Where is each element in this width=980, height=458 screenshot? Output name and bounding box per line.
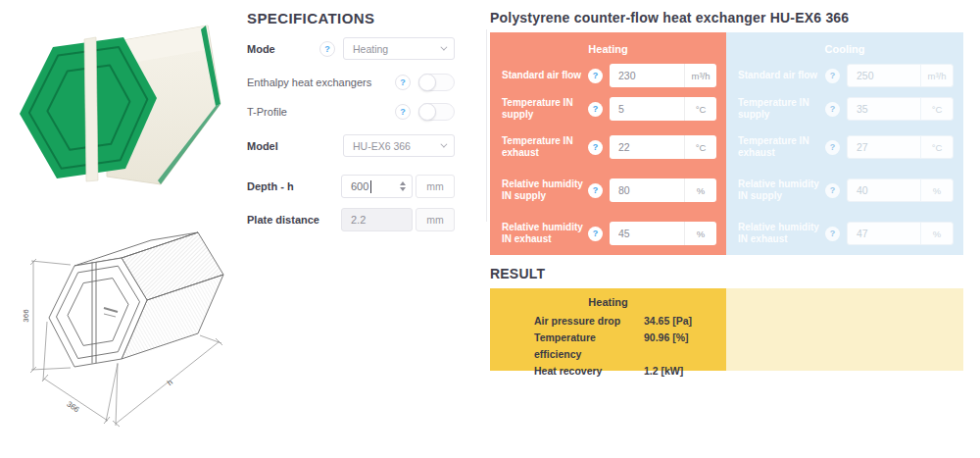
field-label: Standard air flow (502, 70, 588, 82)
heating-airflow-input[interactable] (610, 64, 684, 87)
unit-label: m³/h (920, 65, 953, 86)
enthalpy-toggle[interactable] (418, 74, 455, 91)
mode-row: Mode ? Heating (247, 37, 455, 60)
model-select-value: HU-EX6 366 (353, 140, 411, 152)
depth-input[interactable] (342, 180, 396, 192)
unit-label: °C (920, 98, 953, 120)
unit-label: °C (684, 97, 716, 121)
heating-humidity-exhaust-field: % (610, 222, 716, 245)
help-icon: ? (825, 227, 840, 241)
product-photo (14, 14, 231, 210)
enthalpy-label: Enthalpy heat exchangers (247, 76, 395, 88)
field-label: Relative humidity IN supply (502, 178, 588, 203)
help-icon: ? (825, 69, 840, 83)
heating-temp-supply-input[interactable] (610, 97, 684, 121)
field-label: Relative humidity IN exhaust (502, 222, 588, 246)
help-icon[interactable]: ? (588, 140, 603, 155)
specifications-title: SPECIFICATIONS (247, 10, 455, 26)
model-label: Model (247, 140, 343, 152)
help-icon[interactable]: ? (588, 102, 603, 117)
toggle-knob (418, 74, 436, 91)
cooling-humidity-exhaust-field: 47 % (847, 222, 954, 245)
unit-label: % (920, 179, 953, 201)
field-label: Temperature IN exhaust (502, 135, 588, 160)
specifications-panel: SPECIFICATIONS Mode ? Heating Enthalpy h… (247, 8, 455, 231)
cooling-humidity-exhaust-row: Relative humidity IN exhaust ? 47 % (726, 212, 963, 255)
unit-label: % (684, 178, 716, 202)
stepper-down-icon[interactable] (400, 187, 406, 191)
heating-airflow-field: m³/h (610, 64, 716, 87)
unit-label: % (920, 223, 953, 244)
heating-humidity-supply-input[interactable] (610, 178, 684, 202)
field-label: Relative humidity IN exhaust (738, 222, 825, 246)
cooling-column: Cooling Standard air flow ? 250 m³/h Tem… (726, 32, 963, 255)
result-row: Heat recovery 1.2 [kW] (490, 363, 726, 380)
conditions-panel: Heating Standard air flow ? m³/h Tempera… (490, 32, 963, 255)
help-icon[interactable]: ? (588, 227, 603, 241)
heating-airflow-row: Standard air flow ? m³/h (490, 59, 726, 92)
result-value: 90.96 [%] (644, 330, 689, 363)
cooling-temp-exhaust-field: 27 °C (847, 135, 954, 159)
field-label: Temperature IN supply (502, 97, 588, 122)
result-value: 34.65 [Pa] (644, 313, 692, 330)
t-profile-toggle[interactable] (418, 103, 455, 121)
result-row: Air pressure drop 34.65 [Pa] (490, 313, 726, 330)
t-profile-row: T-Profile ? (247, 103, 455, 121)
help-icon[interactable]: ? (588, 183, 603, 198)
stepper-up-icon[interactable] (400, 181, 406, 185)
heating-temp-exhaust-field: °C (610, 135, 716, 159)
plate-distance-label: Plate distance (247, 214, 341, 226)
cooling-temp-supply-value: 35 (848, 98, 920, 120)
mode-select-value: Heating (353, 43, 388, 55)
help-icon: ? (825, 140, 840, 155)
text-caret (370, 180, 371, 193)
model-select[interactable]: HU-EX6 366 (343, 134, 455, 157)
model-row: Model HU-EX6 366 (247, 134, 455, 157)
stepper-icon[interactable] (396, 181, 410, 191)
result-label: Temperature efficiency (534, 330, 644, 363)
t-profile-help-icon[interactable]: ? (395, 104, 411, 120)
column-divider (486, 29, 487, 222)
cooling-airflow-value: 250 (848, 65, 920, 86)
cooling-temp-supply-row: Temperature IN supply ? 35 °C (726, 92, 963, 126)
heating-header: Heating (490, 32, 726, 59)
result-value: 1.2 [kW] (644, 363, 683, 380)
mode-help-icon[interactable]: ? (319, 41, 335, 57)
help-icon: ? (825, 102, 840, 117)
result-label: Heat recovery (534, 363, 644, 380)
dimension-label-depth: h (166, 378, 174, 387)
product-render-image (14, 14, 231, 206)
result-cooling-section (726, 288, 963, 371)
field-label: Temperature IN supply (738, 97, 825, 122)
result-label: Air pressure drop (534, 313, 644, 330)
cooling-temp-supply-field: 35 °C (847, 97, 954, 121)
depth-label: Depth - h (247, 180, 341, 192)
dimension-label-height: 366 (22, 309, 30, 323)
heating-temp-exhaust-input[interactable] (610, 135, 684, 159)
field-label: Relative humidity IN supply (738, 178, 825, 203)
plate-distance-unit: mm (416, 208, 455, 231)
exchanger-title: Polystyrene counter-flow heat exchanger … (490, 10, 963, 25)
result-title: RESULT (490, 266, 963, 281)
enthalpy-help-icon[interactable]: ? (395, 75, 411, 90)
cooling-temp-exhaust-row: Temperature IN exhaust ? 27 °C (726, 126, 963, 169)
enthalpy-row: Enthalpy heat exchangers ? (247, 74, 455, 91)
depth-row: Depth - h mm (247, 175, 455, 198)
cooling-humidity-supply-value: 40 (848, 179, 920, 201)
unit-label: % (684, 222, 716, 245)
cooling-humidity-exhaust-value: 47 (848, 223, 920, 244)
help-icon[interactable]: ? (588, 69, 603, 83)
t-profile-label: T-Profile (247, 106, 395, 118)
result-row: Temperature efficiency 90.96 [%] (490, 330, 726, 363)
result-heating-header: Heating (490, 296, 726, 308)
heating-humidity-exhaust-input[interactable] (610, 222, 684, 245)
mode-select[interactable]: Heating (343, 37, 455, 60)
depth-unit: mm (416, 175, 455, 198)
cooling-humidity-supply-row: Relative humidity IN supply ? 40 % (726, 169, 963, 212)
field-label: Standard air flow (738, 70, 825, 82)
plate-distance-row: Plate distance 2.2 mm (247, 208, 455, 231)
heating-column: Heating Standard air flow ? m³/h Tempera… (490, 32, 726, 255)
technical-drawing: 366 366 h (20, 222, 227, 439)
cooling-temp-exhaust-value: 27 (848, 136, 920, 158)
heating-temp-exhaust-row: Temperature IN exhaust ? °C (490, 126, 726, 169)
